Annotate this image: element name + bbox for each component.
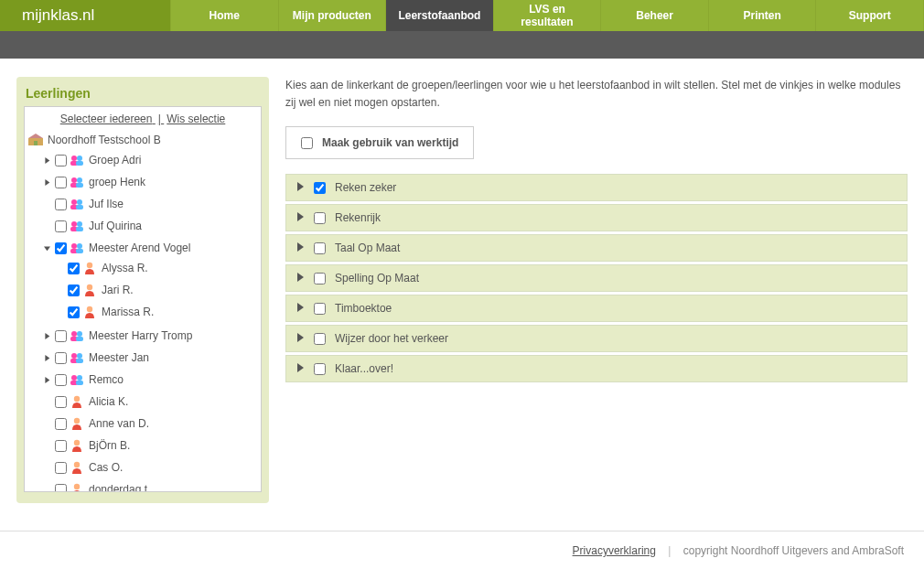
- nav-beheer[interactable]: Beheer: [601, 0, 709, 31]
- module-list: Reken zekerRekenrijkTaal Op MaatSpelling…: [285, 174, 908, 382]
- tree-node[interactable]: Remco: [38, 370, 261, 389]
- tree-node[interactable]: Juf Quirina: [38, 217, 261, 235]
- tree-node[interactable]: Meester Jan: [38, 349, 261, 367]
- expand-arrow-icon[interactable]: [41, 377, 52, 383]
- tree-node[interactable]: Cas O.: [38, 458, 261, 477]
- tree-container[interactable]: Selecteer iedereen | Wis selectie Noordh…: [24, 106, 262, 492]
- nav-support[interactable]: Support: [816, 0, 924, 31]
- tree-node[interactable]: Juf Ilse: [38, 195, 261, 213]
- tree-checkbox[interactable]: [68, 284, 80, 296]
- tree-school-node[interactable]: Noordhoff Testschool B: [25, 131, 261, 149]
- svg-point-44: [74, 396, 80, 402]
- svg-point-10: [77, 177, 82, 183]
- module-checkbox[interactable]: [314, 242, 326, 254]
- expand-arrow-icon[interactable]: [295, 302, 305, 315]
- svg-point-45: [74, 418, 80, 424]
- svg-point-9: [71, 177, 77, 183]
- module-label: Rekenrijk: [335, 211, 381, 224]
- tree-node-label: Marissa R.: [100, 303, 154, 321]
- tree-checkbox[interactable]: [68, 263, 80, 274]
- tree-node-label: Juf Ilse: [87, 195, 124, 213]
- expand-arrow-icon[interactable]: [295, 181, 305, 194]
- werktijd-toggle[interactable]: Maak gebruik van werktijd: [285, 126, 474, 159]
- tree-checkbox[interactable]: [55, 199, 67, 210]
- tree-node-label: Cas O.: [87, 458, 123, 477]
- module-checkbox[interactable]: [314, 212, 326, 224]
- tree-node[interactable]: Meester Arend Vogel: [38, 239, 261, 257]
- module-row[interactable]: Klaar...over!: [285, 355, 908, 382]
- tree-checkbox[interactable]: [55, 177, 67, 188]
- tree-node[interactable]: Alicia K.: [38, 392, 261, 411]
- expand-arrow-icon[interactable]: [41, 157, 52, 164]
- module-checkbox[interactable]: [314, 182, 326, 194]
- expand-arrow-icon[interactable]: [41, 245, 52, 252]
- nav-printen[interactable]: Printen: [709, 0, 817, 31]
- tree-checkbox[interactable]: [55, 396, 67, 408]
- student-icon: [82, 306, 97, 318]
- tree-checkbox[interactable]: [55, 330, 67, 342]
- privacy-link[interactable]: Privacyverklaring: [573, 544, 656, 557]
- svg-point-4: [71, 156, 77, 161]
- tree-node[interactable]: BjÖrn B.: [38, 436, 261, 455]
- tree-node[interactable]: Groep Adri: [38, 151, 261, 169]
- tree-node[interactable]: Meester Harry Tromp: [38, 327, 261, 345]
- tree-node-label: Alyssa R.: [100, 259, 148, 277]
- tree-checkbox[interactable]: [55, 462, 67, 474]
- nav-mijn-producten[interactable]: Mijn producten: [279, 0, 387, 31]
- group-icon: [70, 373, 84, 386]
- svg-marker-21: [44, 246, 50, 251]
- expand-arrow-icon[interactable]: [295, 272, 305, 284]
- tree-checkbox[interactable]: [55, 242, 67, 254]
- expand-arrow-icon[interactable]: [41, 333, 52, 339]
- main-content: Leerlingen Selecteer iedereen | Wis sele…: [0, 59, 924, 531]
- tree-checkbox[interactable]: [68, 306, 80, 318]
- tree-node[interactable]: groep Henk: [38, 173, 261, 191]
- nav-home[interactable]: Home: [170, 0, 279, 31]
- select-all-link[interactable]: Selecteer iedereen: [60, 113, 153, 125]
- module-checkbox[interactable]: [314, 303, 326, 315]
- nav-leerstofaanbod[interactable]: Leerstofaanbod: [386, 0, 494, 31]
- module-checkbox[interactable]: [314, 333, 326, 345]
- tree-checkbox[interactable]: [55, 155, 67, 166]
- expand-arrow-icon[interactable]: [41, 179, 52, 186]
- tree-node[interactable]: Alyssa R.: [50, 259, 261, 277]
- tree-node[interactable]: donderdag t.: [38, 480, 261, 492]
- expand-arrow-icon[interactable]: [295, 211, 305, 224]
- student-icon: [70, 439, 84, 452]
- module-row[interactable]: Spelling Op Maat: [285, 264, 908, 292]
- tree-checkbox[interactable]: [55, 418, 67, 430]
- expand-arrow-icon[interactable]: [295, 242, 305, 254]
- module-row[interactable]: Rekenrijk: [285, 204, 908, 231]
- clear-selection-link[interactable]: Wis selectie: [167, 113, 225, 125]
- module-row[interactable]: Reken zeker: [285, 174, 908, 201]
- nav-lvs-resultaten[interactable]: LVS en resultaten: [494, 0, 602, 31]
- tree-checkbox[interactable]: [55, 352, 67, 364]
- group-icon: [70, 154, 84, 166]
- module-checkbox[interactable]: [314, 363, 326, 375]
- tree-checkbox[interactable]: [55, 220, 67, 232]
- footer: Privacyverklaring | copyright Noordhoff …: [0, 531, 924, 569]
- tree-node-label: Meester Arend Vogel: [87, 239, 190, 257]
- tree-node[interactable]: Jari R.: [50, 281, 261, 299]
- module-row[interactable]: Timboektoe: [285, 295, 908, 322]
- expand-arrow-icon[interactable]: [41, 355, 52, 361]
- tree-node[interactable]: Marissa R.: [50, 303, 261, 321]
- tree-checkbox[interactable]: [55, 374, 67, 386]
- tree-checkbox[interactable]: [55, 484, 67, 493]
- module-label: Spelling Op Maat: [335, 272, 419, 284]
- tree-checkbox[interactable]: [55, 440, 67, 452]
- tree-node[interactable]: Anne van D.: [38, 414, 261, 433]
- svg-point-17: [71, 221, 77, 227]
- student-icon: [70, 417, 84, 430]
- tree-node-label: groep Henk: [87, 173, 145, 191]
- werktijd-checkbox[interactable]: [301, 137, 313, 149]
- module-row[interactable]: Taal Op Maat: [285, 234, 908, 262]
- content-area: Kies aan de linkerkant de groepen/leerli…: [285, 77, 908, 503]
- svg-marker-29: [45, 333, 49, 339]
- module-checkbox[interactable]: [314, 273, 326, 284]
- expand-arrow-icon[interactable]: [295, 362, 305, 375]
- expand-arrow-icon[interactable]: [295, 332, 305, 345]
- svg-point-13: [71, 199, 77, 205]
- module-row[interactable]: Wijzer door het verkeer: [285, 325, 908, 352]
- svg-point-14: [77, 199, 82, 205]
